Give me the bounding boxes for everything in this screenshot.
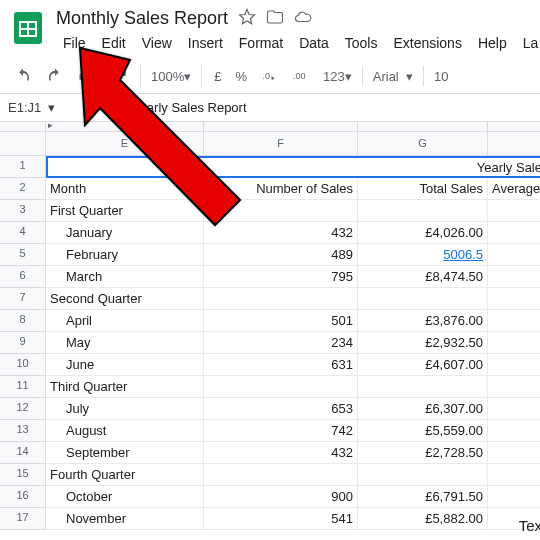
zoom-select[interactable]: 100% ▾ (151, 69, 191, 84)
cell[interactable]: Total Sales (358, 178, 488, 200)
table-row[interactable]: February4895006.5 (46, 244, 540, 266)
cell[interactable]: 501 (204, 310, 358, 332)
table-row[interactable]: March795£8,474.50 (46, 266, 540, 288)
row-header[interactable]: 14 (0, 442, 46, 464)
row-header[interactable]: 2 (0, 178, 46, 200)
row-header[interactable]: 6 (0, 266, 46, 288)
row-header[interactable]: 13 (0, 420, 46, 442)
cell[interactable]: April (46, 310, 204, 332)
column-headers[interactable]: EFG (46, 132, 540, 156)
table-row[interactable]: First Quarter (46, 200, 540, 222)
cell[interactable]: Fourth Quarter (46, 464, 204, 486)
cell[interactable]: £4,607.00 (358, 354, 488, 376)
cell[interactable]: May (46, 332, 204, 354)
table-row[interactable]: August742£5,559.00 (46, 420, 540, 442)
menu-edit[interactable]: Edit (95, 31, 133, 55)
cell[interactable]: Number of Sales (204, 178, 358, 200)
menu-extensions[interactable]: Extensions (386, 31, 468, 55)
cell[interactable]: 234 (204, 332, 358, 354)
sheets-logo[interactable] (8, 8, 48, 48)
col-header[interactable]: E (46, 132, 204, 156)
merged-title-cell[interactable]: Yearly Sale (46, 156, 540, 178)
cell[interactable]: 432 (204, 222, 358, 244)
cell[interactable]: 742 (204, 420, 358, 442)
cell[interactable]: 541 (204, 508, 358, 530)
cell[interactable]: March (46, 266, 204, 288)
star-icon[interactable] (238, 8, 256, 29)
row-header[interactable]: 15 (0, 464, 46, 486)
cell[interactable]: November (46, 508, 204, 530)
cell[interactable]: £6,307.00 (358, 398, 488, 420)
cell[interactable]: Average (488, 178, 540, 200)
row-header[interactable]: 10 (0, 354, 46, 376)
cell[interactable] (358, 376, 488, 398)
menu-truncated[interactable]: La (516, 31, 540, 55)
number-format-select[interactable]: 123 ▾ (323, 69, 352, 84)
cell[interactable] (488, 244, 540, 266)
cell[interactable] (488, 332, 540, 354)
cell[interactable] (358, 288, 488, 310)
table-row[interactable]: May234£2,932.50 (46, 332, 540, 354)
cell[interactable] (358, 200, 488, 222)
cell[interactable] (488, 398, 540, 420)
document-title[interactable]: Monthly Sales Report (56, 8, 228, 29)
paint-format-icon[interactable] (108, 65, 130, 87)
table-row[interactable]: October900£6,791.50 (46, 486, 540, 508)
cell[interactable]: 631 (204, 354, 358, 376)
cell[interactable]: 653 (204, 398, 358, 420)
table-row[interactable]: November541£5,882.00 (46, 508, 540, 530)
menu-help[interactable]: Help (471, 31, 514, 55)
cell[interactable]: August (46, 420, 204, 442)
cell[interactable]: Month (46, 178, 204, 200)
menu-data[interactable]: Data (292, 31, 336, 55)
col-header[interactable] (488, 132, 540, 156)
menu-insert[interactable]: Insert (181, 31, 230, 55)
table-row[interactable]: Fourth Quarter (46, 464, 540, 486)
currency-button[interactable]: £ (212, 67, 223, 86)
cell[interactable]: 489 (204, 244, 358, 266)
cell[interactable] (358, 464, 488, 486)
cell[interactable] (488, 486, 540, 508)
cell[interactable]: January (46, 222, 204, 244)
cell[interactable]: £6,791.50 (358, 486, 488, 508)
undo-icon[interactable] (12, 65, 34, 87)
formula-bar[interactable]: Yearly Sales Report (124, 94, 254, 121)
cell[interactable]: £5,559.00 (358, 420, 488, 442)
row-header[interactable]: 1 (0, 156, 46, 178)
cell[interactable]: 900 (204, 486, 358, 508)
font-size-select[interactable]: 10 (434, 69, 448, 84)
row-header[interactable]: 9 (0, 332, 46, 354)
cell[interactable] (488, 442, 540, 464)
cell[interactable]: £2,728.50 (358, 442, 488, 464)
cell[interactable]: £8,474.50 (358, 266, 488, 288)
cell[interactable] (204, 200, 358, 222)
menu-view[interactable]: View (135, 31, 179, 55)
row-header[interactable]: 5 (0, 244, 46, 266)
cell[interactable]: £5,882.00 (358, 508, 488, 530)
table-row[interactable]: Second Quarter (46, 288, 540, 310)
menu-file[interactable]: File (56, 31, 93, 55)
table-row[interactable]: July653£6,307.00 (46, 398, 540, 420)
cell[interactable]: October (46, 486, 204, 508)
print-icon[interactable] (76, 65, 98, 87)
cell[interactable]: June (46, 354, 204, 376)
table-row[interactable]: Third Quarter (46, 376, 540, 398)
row-header-blank[interactable] (0, 132, 46, 156)
cloud-icon[interactable] (294, 8, 312, 29)
col-header[interactable]: F (204, 132, 358, 156)
table-row[interactable]: January432£4,026.00 (46, 222, 540, 244)
cell[interactable] (488, 310, 540, 332)
cell[interactable]: February (46, 244, 204, 266)
cell[interactable] (488, 288, 540, 310)
cell[interactable] (204, 288, 358, 310)
cell[interactable] (488, 200, 540, 222)
col-header[interactable]: G (358, 132, 488, 156)
row-header[interactable]: 3 (0, 200, 46, 222)
row-header[interactable]: 4 (0, 222, 46, 244)
row-header[interactable]: 7 (0, 288, 46, 310)
cell[interactable]: Second Quarter (46, 288, 204, 310)
decrease-decimal-icon[interactable]: .0 (259, 65, 281, 87)
menu-tools[interactable]: Tools (338, 31, 385, 55)
cell[interactable] (488, 464, 540, 486)
cell[interactable] (488, 222, 540, 244)
